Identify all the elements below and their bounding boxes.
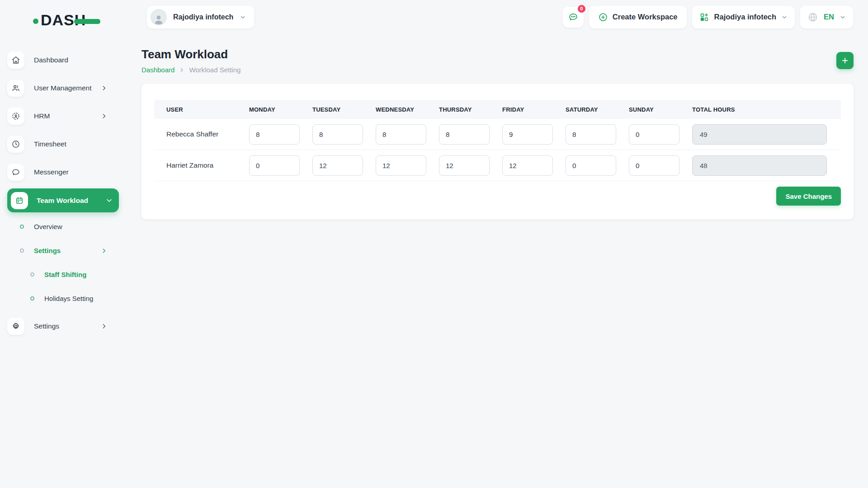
sidebar-item-dashboard[interactable]: Dashboard [7, 46, 113, 74]
language-label: EN [824, 13, 834, 21]
save-row: Save Changes [154, 187, 841, 206]
column-header-tuesday: TUESDAY [312, 106, 376, 113]
hours-input-tuesday[interactable] [312, 155, 363, 176]
table-row: Rebecca Shaffer [154, 119, 841, 150]
chevron-right-icon [101, 248, 107, 254]
user-name: Rebecca Shaffer [154, 130, 249, 138]
chevron-down-icon [781, 14, 788, 20]
sidebar-item-label: HRM [34, 112, 50, 120]
sidebar-item-user-management[interactable]: User Management [7, 74, 113, 102]
column-header-user: USER [154, 106, 249, 113]
hours-input-thursday[interactable] [439, 124, 490, 145]
create-workspace-label: Create Workspace [613, 13, 678, 21]
sidebar-item-label: Messenger [34, 168, 69, 176]
page-header: Team Workload Dashboard Workload Setting… [142, 47, 854, 74]
sidebar-subitem-label: Holidays Setting [44, 295, 93, 302]
workspace-name: Rajodiya infotech [173, 13, 233, 21]
grid-add-icon [699, 12, 709, 22]
hours-input-friday[interactable] [502, 124, 553, 145]
sidebar-item-label: Dashboard [34, 56, 68, 64]
sidebar-item-label: User Management [34, 84, 92, 92]
breadcrumb-dashboard-link[interactable]: Dashboard [142, 66, 175, 74]
hours-input-sunday[interactable] [629, 124, 679, 145]
hours-input-saturday[interactable] [566, 155, 616, 176]
globe-icon [807, 12, 818, 23]
sidebar: DASH Dashboard User Management [0, 0, 119, 488]
table-header-row: USER MONDAY TUESDAY WEDNESDAY THURSDAY F… [154, 100, 841, 119]
sidebar-item-staff-shifting[interactable]: Staff Shifting [7, 263, 113, 286]
sidebar-item-workload-settings[interactable]: Settings [7, 239, 113, 263]
hours-input-monday[interactable] [249, 155, 300, 176]
sidebar-item-settings[interactable]: Settings [7, 312, 113, 340]
company-name: Rajodiya infotech [714, 13, 777, 21]
sidebar-item-team-workload[interactable]: Team Workload [7, 188, 119, 212]
sidebar-item-holidays-setting[interactable]: Holidays Setting [7, 286, 113, 310]
app-root: DASH Dashboard User Management [0, 0, 868, 488]
main-area: Rajodiya infotech 0 Create Workspace [119, 0, 868, 488]
calendar-icon [11, 192, 28, 209]
column-header-thursday: THURSDAY [439, 106, 502, 113]
messages-badge: 0 [577, 4, 586, 14]
hours-input-wednesday[interactable] [376, 124, 426, 145]
language-selector[interactable]: EN [800, 6, 853, 28]
hours-input-thursday[interactable] [439, 155, 490, 176]
company-selector[interactable]: Rajodiya infotech [692, 6, 795, 28]
add-button[interactable]: + [836, 52, 854, 69]
column-header-total-hours: TOTAL HOURS [692, 106, 841, 113]
sidebar-subitem-label: Overview [34, 223, 62, 230]
users-icon [7, 80, 24, 97]
hours-input-tuesday[interactable] [312, 124, 363, 145]
chat-dots-icon [568, 12, 579, 23]
topbar-actions: 0 Create Workspace Rajodiya infotech [563, 6, 853, 28]
total-hours-input [692, 124, 827, 145]
sidebar-item-messenger[interactable]: Messenger [7, 158, 113, 186]
sidebar-subitem-label: Settings [34, 247, 61, 254]
hours-input-saturday[interactable] [566, 124, 616, 145]
clock-icon [7, 136, 24, 153]
sidebar-item-label: Timesheet [34, 140, 66, 148]
content: Team Workload Dashboard Workload Setting… [119, 34, 868, 219]
column-header-friday: FRIDAY [502, 106, 566, 113]
column-header-saturday: SATURDAY [566, 106, 629, 113]
table-row: Harriet Zamora [154, 150, 841, 181]
chevron-down-icon [106, 197, 113, 204]
chevron-right-icon [101, 113, 107, 119]
page-title: Team Workload [142, 47, 241, 61]
hours-input-sunday[interactable] [629, 155, 679, 176]
logo-dot [33, 19, 38, 24]
chevron-down-icon [240, 14, 246, 20]
user-name: Harriet Zamora [154, 161, 249, 169]
bullet-dot-icon [20, 225, 24, 229]
workload-table: USER MONDAY TUESDAY WEDNESDAY THURSDAY F… [154, 100, 841, 181]
bullet-dot-icon [30, 272, 34, 277]
bullet-dot-icon [20, 249, 24, 253]
column-header-sunday: SUNDAY [629, 106, 692, 113]
sidebar-item-timesheet[interactable]: Timesheet [7, 130, 113, 158]
sidebar-item-label: Settings [34, 322, 59, 330]
avatar [151, 9, 167, 25]
chevron-right-icon [101, 323, 107, 329]
messages-button[interactable]: 0 [563, 7, 584, 28]
chat-bubble-icon [7, 164, 24, 181]
save-changes-button[interactable]: Save Changes [776, 187, 841, 206]
hours-input-monday[interactable] [249, 124, 300, 145]
hours-input-wednesday[interactable] [376, 155, 426, 176]
sidebar-item-hrm[interactable]: HRM [7, 102, 113, 130]
logo-dash [74, 19, 100, 24]
hours-input-friday[interactable] [502, 155, 553, 176]
page-header-text: Team Workload Dashboard Workload Setting [142, 47, 241, 74]
workspace-selector[interactable]: Rajodiya infotech [147, 6, 254, 28]
breadcrumb: Dashboard Workload Setting [142, 66, 241, 74]
bullet-dot-icon [30, 296, 34, 300]
app-logo[interactable]: DASH [33, 10, 119, 30]
sidebar-item-overview[interactable]: Overview [7, 215, 113, 239]
sidebar-item-label: Team Workload [37, 197, 88, 205]
chevron-right-icon [179, 67, 184, 73]
target-icon [7, 108, 24, 125]
chevron-down-icon [840, 14, 846, 20]
breadcrumb-current: Workload Setting [189, 66, 241, 74]
column-header-wednesday: WEDNESDAY [376, 106, 439, 113]
create-workspace-button[interactable]: Create Workspace [589, 6, 687, 28]
sidebar-subitem-label: Staff Shifting [44, 271, 86, 278]
top-bar: Rajodiya infotech 0 Create Workspace [119, 0, 868, 34]
